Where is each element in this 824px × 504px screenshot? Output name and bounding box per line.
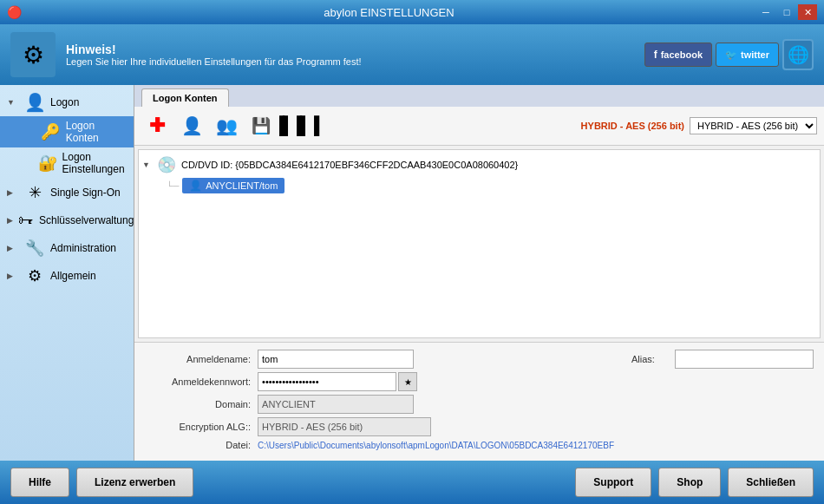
form-row-datei: Datei: C:\Users\Public\Documents\abylons… [145,440,614,450]
anmeldename-label: Anmeldename: [145,354,258,364]
encryption-label: HYBRID - AES (256 bit) [581,121,684,131]
sidebar-label-schlusselverwaltung: Schlüsselverwaltung [39,214,134,226]
admin-icon: 🔧 [24,238,45,259]
close-button[interactable]: ✕ [798,4,817,20]
shop-button[interactable]: Shop [658,468,721,497]
add-user-button[interactable]: 👤 [176,110,207,141]
cd-dvd-icon: 💿 [157,155,176,174]
expand-icon-logon: ▼ [7,98,19,107]
sidebar-label-logon-einstellungen: Logon Einstellungen [62,151,127,175]
logon-konten-icon: 🔑 [41,121,61,142]
schliessen-button[interactable]: Schließen [728,468,814,497]
barcode-icon: ▐▌▐▌▐ [274,115,317,136]
expand-icon-admin: ▶ [7,244,19,252]
domain-label: Domain: [145,399,258,409]
add-button[interactable]: ✚ [141,110,173,141]
logon-icon: 👤 [24,92,45,113]
add-icon: ✚ [149,115,165,137]
form-row-alias: Alias: [631,350,814,369]
hilfe-button[interactable]: Hilfe [10,468,69,497]
sidebar-label-sso: Single Sign-On [50,187,121,199]
sidebar: ▼ 👤 Logon 🔑 Logon Konten 🔐 Logon Einstel… [0,85,134,461]
toolbar-buttons: ✚ 👤 👥 💾 ▐▌▐▌▐ [141,110,311,141]
barcode-button[interactable]: ▐▌▐▌▐ [280,110,311,141]
sidebar-label-allgemein: Allgemein [50,270,96,282]
expand-icon-allgemein: ▶ [7,272,19,280]
header-subtitle: Legen Sie hier Ihre individuellen Einste… [66,56,362,67]
form-row-kennwort: Anmeldekennwort: ★ [145,372,614,391]
titlebar: 🔴 abylon EINSTELLUNGEN ─ □ ✕ [0,0,824,24]
header-right: f facebook 🐦 twitter 🌐 [644,39,814,70]
globe-icon: 🌐 [782,39,814,70]
pwd-row: ★ [258,372,417,391]
allgemein-icon: ⚙ [24,265,45,286]
maximize-button[interactable]: □ [777,4,796,20]
encryption-select[interactable]: HYBRID - AES (256 bit) AES (256 bit) AES… [690,117,817,134]
save-icon: 💾 [252,116,271,135]
datei-value: C:\Users\Public\Documents\abylonsoft\apm… [258,441,614,450]
anmeldekennwort-label: Anmeldekennwort: [145,376,258,387]
sidebar-item-single-sign-on[interactable]: ▶ ✳ Single Sign-On [0,179,134,206]
tree-root-expand-icon[interactable]: ▼ [142,160,150,169]
tree-root: ▼ 💿 CD/DVD ID: {05BDCA384E6412170EBF346C… [142,154,816,176]
window-title: abylon EINSTELLUNGEN [22,6,756,19]
add-user-icon: 👤 [181,115,203,136]
header-bar: ⚙ Hinweis! Legen Sie hier Ihre individue… [0,24,824,85]
twitter-label: twitter [741,49,769,60]
schlussel-icon: 🗝 [18,210,34,231]
twitter-button[interactable]: 🐦 twitter [716,43,779,67]
facebook-label: facebook [661,49,703,60]
header-title: Hinweis! [66,43,362,56]
tab-logon-konten[interactable]: Logon Konten [141,88,229,107]
user-icon: 👤 [189,180,202,192]
form-left: Anmeldename: Anmeldekennwort: ★ Domain: [145,350,614,454]
form-row-anmeldename: Anmeldename: [145,350,614,369]
kennwort-input[interactable] [258,372,396,391]
toolbar-right: HYBRID - AES (256 bit) HYBRID - AES (256… [581,117,817,134]
sidebar-label-administration: Administration [50,242,116,254]
sso-icon: ✳ [24,182,45,203]
datei-label: Datei: [145,440,258,450]
minimize-button[interactable]: ─ [756,4,775,20]
form-area: Anmeldename: Anmeldekennwort: ★ Domain: [134,342,824,461]
facebook-button[interactable]: f facebook [644,43,712,67]
lizenz-button[interactable]: Lizenz erwerben [76,468,193,497]
domain-input[interactable] [258,395,414,414]
encryption-alg-input [258,417,431,436]
encryption-alg-label: Encryption ALG:: [145,422,258,432]
anmeldename-input[interactable] [258,350,414,369]
header-gear-icon: ⚙ [10,32,56,77]
form-row-encryption-alg: Encryption ALG:: [145,417,614,436]
form-row-domain: Domain: [145,395,614,414]
support-button[interactable]: Support [575,468,651,497]
remove-user-button[interactable]: 👥 [211,110,242,141]
toolbar: ✚ 👤 👥 💾 ▐▌▐▌▐ HYBRID - AES (256 bit) [134,107,824,146]
sidebar-item-administration[interactable]: ▶ 🔧 Administration [0,234,134,262]
sidebar-item-allgemein[interactable]: ▶ ⚙ Allgemein [0,262,134,290]
window-controls: ─ □ ✕ [756,4,817,20]
main-area: ▼ 👤 Logon 🔑 Logon Konten 🔐 Logon Einstel… [0,85,824,461]
sidebar-label-logon-konten: Logon Konten [66,120,127,144]
tree-connector-line: └─ [167,181,179,191]
tree-child-selected[interactable]: 👤 ANYCLIENT/tom [182,178,284,193]
tab-bar: Logon Konten [134,85,824,107]
tab-logon-konten-label: Logon Konten [153,93,218,103]
remove-user-icon: 👥 [216,115,238,136]
tree-root-label: CD/DVD ID: {05BDCA384E6412170EBF346CFF2D… [181,160,518,170]
alias-input[interactable] [675,350,814,369]
logon-einstellungen-icon: 🔐 [38,153,57,173]
expand-icon-sso: ▶ [7,188,19,197]
sidebar-item-logon[interactable]: ▼ 👤 Logon [0,88,134,116]
pwd-toggle-button[interactable]: ★ [398,372,417,391]
sidebar-item-logon-konten[interactable]: 🔑 Logon Konten [0,116,134,147]
facebook-icon: f [654,49,657,61]
content-area: Logon Konten ✚ 👤 👥 💾 ▐▌▐▌▐ [134,85,824,461]
header-left: ⚙ Hinweis! Legen Sie hier Ihre individue… [10,32,362,77]
sidebar-item-logon-einstellungen[interactable]: 🔐 Logon Einstellungen [0,147,134,179]
sidebar-item-schlusselverwaltung[interactable]: ▶ 🗝 Schlüsselverwaltung [0,206,134,234]
save-button[interactable]: 💾 [245,110,277,141]
tree-child-label: ANYCLIENT/tom [206,180,278,191]
form-right: Alias: [631,350,814,454]
sidebar-label-logon: Logon [50,96,79,108]
alias-label: Alias: [631,354,675,364]
